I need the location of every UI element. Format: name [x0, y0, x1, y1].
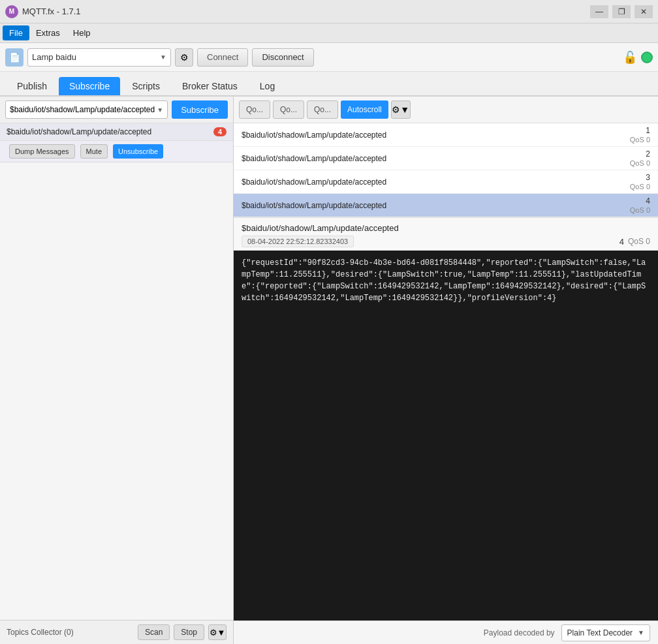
- autoscroll-button[interactable]: Autoscroll: [341, 100, 388, 119]
- app-icon: M: [5, 5, 18, 18]
- message-row-selected[interactable]: $baidu/iot/shadow/Lamp/update/accepted 4…: [234, 194, 658, 217]
- menu-extras[interactable]: Extras: [29, 25, 67, 40]
- message-qos: QoS 0: [630, 136, 650, 144]
- topics-collector: Topics Collector (0) Scan Stop ⚙▼: [0, 620, 233, 644]
- subscribe-button[interactable]: Subscribe: [172, 100, 228, 119]
- title-bar: M MQTT.fx - 1.7.1 — ❐ ✕: [0, 0, 658, 23]
- message-number: 1: [646, 126, 650, 135]
- profile-dropdown[interactable]: Lamp baidu ▼: [27, 48, 171, 67]
- menu-help[interactable]: Help: [67, 25, 97, 40]
- footer: Payload decoded by Plain Text Decoder ▼: [234, 621, 658, 644]
- collector-title: Topics Collector (0): [7, 628, 134, 637]
- stop-button[interactable]: Stop: [174, 624, 204, 640]
- tab-bar: Publish Subscribe Scripts Broker Status …: [0, 72, 658, 97]
- message-meta: 1 QoS 0: [630, 126, 650, 144]
- detail-qos: QoS 0: [628, 237, 650, 246]
- window-title: MQTT.fx - 1.7.1: [22, 7, 590, 16]
- connection-bar: 📄 Lamp baidu ▼ ⚙ Connect Disconnect 🔓: [0, 43, 658, 72]
- restore-button[interactable]: ❐: [612, 5, 631, 18]
- message-list: $baidu/iot/shadow/Lamp/update/accepted 1…: [234, 123, 658, 218]
- subscribed-topic-name: $baidu/iot/shadow/Lamp/update/accepted: [7, 127, 210, 136]
- payload-decoded-label: Payload decoded by: [484, 628, 555, 637]
- detail-num: 4: [619, 237, 624, 247]
- message-number: 2: [646, 149, 650, 159]
- new-connection-icon[interactable]: 📄: [5, 48, 24, 67]
- tab-scripts[interactable]: Scripts: [121, 77, 170, 95]
- message-meta: 3 QoS 0: [630, 173, 650, 191]
- message-topic: $baidu/iot/shadow/Lamp/update/accepted: [242, 130, 630, 140]
- message-detail: $baidu/iot/shadow/Lamp/update/accepted 0…: [234, 218, 658, 621]
- scan-button[interactable]: Scan: [138, 624, 170, 640]
- topic-input-wrapper[interactable]: ▼: [5, 100, 168, 119]
- message-row[interactable]: $baidu/iot/shadow/Lamp/update/accepted 1…: [234, 123, 658, 147]
- message-controls-bar: Qo... Qo... Qo... Autoscroll ⚙▼: [234, 97, 658, 123]
- topic-dropdown-arrow: ▼: [157, 106, 163, 114]
- payload-area: {"requestId":"90f82cd3-94cb-4b3e-bd64-d0…: [234, 251, 658, 621]
- subscribe-bar: ▼ Subscribe: [0, 97, 233, 123]
- message-qos: QoS 0: [630, 183, 650, 191]
- close-button[interactable]: ✕: [634, 5, 653, 18]
- tab-subscribe[interactable]: Subscribe: [59, 77, 120, 95]
- subscribed-topic-row: $baidu/iot/shadow/Lamp/update/accepted 4: [0, 123, 233, 141]
- message-row[interactable]: $baidu/iot/shadow/Lamp/update/accepted 2…: [234, 147, 658, 170]
- message-qos: QoS 0: [630, 159, 650, 167]
- topic-input[interactable]: [10, 105, 157, 114]
- message-topic: $baidu/iot/shadow/Lamp/update/accepted: [242, 201, 630, 210]
- detail-header: $baidu/iot/shadow/Lamp/update/accepted 0…: [234, 218, 658, 251]
- left-spacer: [0, 162, 233, 620]
- decoder-value: Plain Text Decoder: [567, 628, 633, 637]
- message-qos: QoS 0: [630, 206, 650, 214]
- unsubscribe-button[interactable]: Unsubscribe: [113, 144, 163, 159]
- qos-button-1[interactable]: Qo...: [239, 100, 270, 119]
- collector-header: Topics Collector (0) Scan Stop ⚙▼: [0, 621, 233, 644]
- minimize-button[interactable]: —: [590, 5, 608, 18]
- message-meta: 4 QoS 0: [630, 196, 650, 214]
- window-controls: — ❐ ✕: [590, 5, 653, 18]
- main-content: ▼ Subscribe $baidu/iot/shadow/Lamp/updat…: [0, 97, 658, 644]
- message-number: 3: [646, 173, 650, 182]
- qos-button-2[interactable]: Qo...: [273, 100, 304, 119]
- qos-button-3[interactable]: Qo...: [307, 100, 338, 119]
- right-panel: Qo... Qo... Qo... Autoscroll ⚙▼ $baidu/i…: [234, 97, 658, 644]
- left-panel: ▼ Subscribe $baidu/iot/shadow/Lamp/updat…: [0, 97, 234, 644]
- message-settings-button[interactable]: ⚙▼: [391, 100, 411, 119]
- menu-file[interactable]: File: [3, 25, 29, 40]
- profile-dropdown-arrow: ▼: [160, 54, 166, 61]
- message-topic: $baidu/iot/shadow/Lamp/update/accepted: [242, 177, 630, 187]
- connect-button[interactable]: Connect: [197, 48, 248, 67]
- detail-meta-row: 08-04-2022 22:52:12.82332403 4 QoS 0: [242, 236, 650, 247]
- detail-timestamp: 08-04-2022 22:52:12.82332403: [242, 236, 354, 247]
- menu-bar: File Extras Help: [0, 23, 658, 43]
- message-topic: $baidu/iot/shadow/Lamp/update/accepted: [242, 154, 630, 163]
- collector-settings-button[interactable]: ⚙▼: [208, 624, 227, 640]
- detail-topic: $baidu/iot/shadow/Lamp/update/accepted: [242, 223, 650, 233]
- profile-name: Lamp baidu: [32, 52, 160, 62]
- decoder-select[interactable]: Plain Text Decoder ▼: [561, 624, 650, 641]
- message-meta: 2 QoS 0: [630, 149, 650, 167]
- detail-meta-right: 4 QoS 0: [619, 237, 650, 247]
- tab-broker-status[interactable]: Broker Status: [172, 77, 248, 95]
- mute-button[interactable]: Mute: [80, 144, 108, 159]
- connection-status-dot: [641, 52, 653, 63]
- dump-messages-button[interactable]: Dump Messages: [9, 144, 75, 159]
- message-row[interactable]: $baidu/iot/shadow/Lamp/update/accepted 3…: [234, 170, 658, 194]
- tab-log[interactable]: Log: [249, 77, 285, 95]
- message-number: 4: [646, 196, 650, 206]
- connection-settings-button[interactable]: ⚙: [175, 48, 193, 67]
- disconnect-button[interactable]: Disconnect: [252, 48, 313, 67]
- tab-publish[interactable]: Publish: [7, 77, 57, 95]
- lock-icon: 🔓: [623, 50, 637, 65]
- message-count-badge: 4: [213, 127, 227, 136]
- decoder-dropdown-arrow: ▼: [638, 629, 644, 636]
